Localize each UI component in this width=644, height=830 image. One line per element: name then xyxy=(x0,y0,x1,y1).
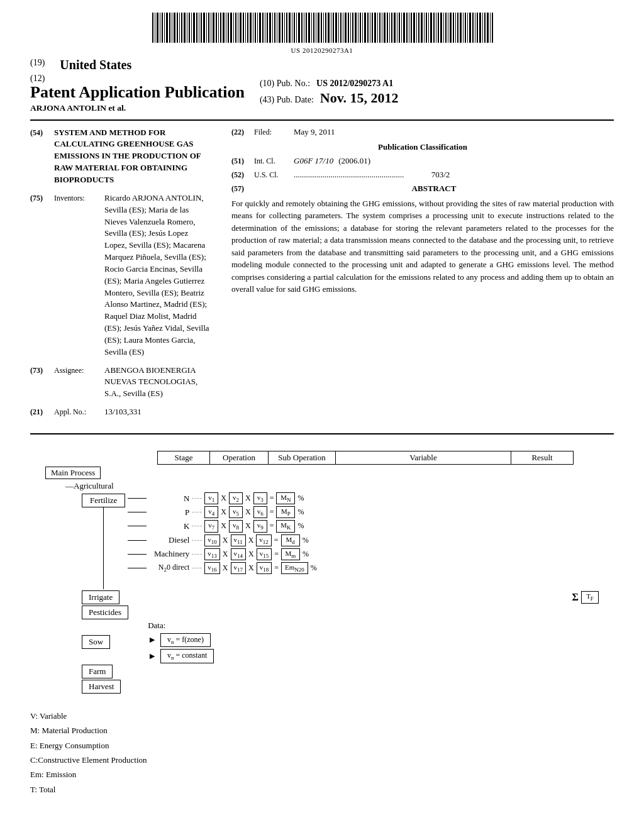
svg-rect-56 xyxy=(286,13,287,43)
svg-rect-61 xyxy=(298,13,300,43)
svg-rect-83 xyxy=(352,13,353,43)
svg-rect-87 xyxy=(362,13,363,43)
machinery-dline xyxy=(192,554,202,555)
machinery-eq: = xyxy=(274,550,279,559)
svg-rect-120 xyxy=(443,13,444,43)
op-sow: Sow Data: ► vn = f(zone) ► vn = constant xyxy=(82,621,599,663)
svg-rect-121 xyxy=(445,13,447,43)
int-cl-row: (51) Int. Cl. G06F 17/10 (2006.01) xyxy=(231,155,614,166)
svg-rect-63 xyxy=(304,13,304,43)
svg-rect-26 xyxy=(213,13,214,43)
diesel-v10: v10 xyxy=(204,534,220,546)
patent-type: Patent Application Publication xyxy=(30,84,245,102)
n-pct: % xyxy=(297,494,304,503)
op-farm: Farm xyxy=(82,665,599,678)
diesel-v11: v11 xyxy=(231,534,246,546)
svg-rect-130 xyxy=(467,13,468,43)
svg-rect-30 xyxy=(223,13,225,43)
us-cl-label: U.S. Cl. xyxy=(254,170,289,180)
sigma-row: Σ TF xyxy=(572,591,599,603)
svg-rect-107 xyxy=(411,13,412,43)
diesel-pct: % xyxy=(303,536,309,545)
diesel-v12: v12 xyxy=(256,534,272,546)
svg-rect-96 xyxy=(384,13,386,43)
sow-box: Sow xyxy=(82,635,110,649)
svg-rect-67 xyxy=(313,13,314,43)
svg-rect-108 xyxy=(413,13,415,43)
appl-section: (21) Appl. No.: 13/103,331 xyxy=(30,406,213,418)
svg-rect-136 xyxy=(482,13,483,43)
abstract-title: ABSTRACT xyxy=(254,184,614,194)
header-suboperation: Sub Operation xyxy=(268,451,336,465)
agricultural-row: —Agricultural xyxy=(59,480,599,491)
svg-rect-93 xyxy=(377,13,378,43)
k-result: MK xyxy=(276,520,295,532)
n2o-dline xyxy=(192,568,202,568)
svg-rect-1 xyxy=(152,13,153,43)
svg-rect-47 xyxy=(265,13,265,43)
main-process-box: Main Process xyxy=(45,467,101,479)
subop-diesel: Diesel v10 X v11 X v12 = Md % xyxy=(128,534,316,546)
svg-rect-31 xyxy=(226,13,226,43)
data-box-2: vn = constant xyxy=(160,649,214,663)
n-hline xyxy=(128,498,147,499)
svg-rect-55 xyxy=(284,13,285,43)
svg-rect-4 xyxy=(160,13,160,43)
pub-num-value: US 2012/0290273 A1 xyxy=(316,79,393,89)
svg-rect-85 xyxy=(358,13,358,43)
abstract-text: For quickly and remotely obtaining the G… xyxy=(231,197,614,296)
svg-rect-101 xyxy=(397,13,397,43)
inventors-label: Inventors: xyxy=(54,192,98,358)
svg-rect-7 xyxy=(166,13,168,43)
int-cl-label: Int. Cl. xyxy=(254,157,289,166)
svg-rect-113 xyxy=(426,13,427,43)
svg-rect-88 xyxy=(364,13,366,43)
k-hline xyxy=(128,526,147,526)
svg-rect-66 xyxy=(311,13,312,43)
title-num: (54) xyxy=(30,127,48,186)
svg-rect-37 xyxy=(240,13,242,43)
svg-rect-99 xyxy=(391,13,392,43)
barcode-area: // This will be rendered inline as SVG r… xyxy=(0,0,644,58)
svg-rect-23 xyxy=(206,13,207,43)
machinery-v15: v15 xyxy=(257,548,272,560)
pub-number-barcode: US 20120290273A1 xyxy=(0,47,644,54)
svg-rect-58 xyxy=(292,13,292,43)
svg-rect-132 xyxy=(472,13,474,43)
diesel-x2: X xyxy=(248,536,254,545)
svg-rect-29 xyxy=(220,13,221,43)
p-dline xyxy=(192,512,202,512)
us-cl-num: (52) xyxy=(231,170,249,180)
svg-rect-122 xyxy=(448,13,448,43)
int-cl-class: G06F 17/10 xyxy=(294,156,333,166)
svg-rect-92 xyxy=(374,13,376,43)
diesel-dline xyxy=(192,540,202,541)
barcode-image: // This will be rendered inline as SVG r… xyxy=(146,11,498,47)
k-x2: X xyxy=(245,521,251,531)
svg-rect-25 xyxy=(211,13,211,43)
filed-label: Filed: xyxy=(254,128,289,137)
svg-rect-109 xyxy=(416,13,417,43)
svg-rect-140 xyxy=(492,13,493,43)
svg-rect-75 xyxy=(333,13,334,43)
svg-rect-117 xyxy=(436,13,436,43)
svg-rect-84 xyxy=(355,13,357,43)
n-x1: X xyxy=(221,494,226,503)
svg-rect-40 xyxy=(247,13,248,43)
svg-rect-98 xyxy=(389,13,390,43)
svg-rect-128 xyxy=(463,13,464,43)
svg-rect-60 xyxy=(296,13,297,43)
op-harvest: Harvest xyxy=(82,680,599,694)
subop-K: K v7 X v8 X v9 = MK % xyxy=(128,520,316,532)
svg-rect-20 xyxy=(199,13,199,43)
n2o-eq: = xyxy=(274,563,279,573)
diagram-headers: Stage Operation Sub Operation Variable R… xyxy=(157,451,599,465)
farm-box: Farm xyxy=(82,665,113,678)
svg-rect-129 xyxy=(465,13,466,43)
main-content: (54) SYSTEM AND METHOD FOR CALCULATING G… xyxy=(0,127,644,424)
svg-rect-38 xyxy=(243,13,244,43)
svg-rect-49 xyxy=(269,13,271,43)
assignee-label: Assignee: xyxy=(54,365,98,401)
applicant-name: ARJONA ANTOLIN et al. xyxy=(30,103,245,113)
machinery-x2: X xyxy=(248,550,254,559)
